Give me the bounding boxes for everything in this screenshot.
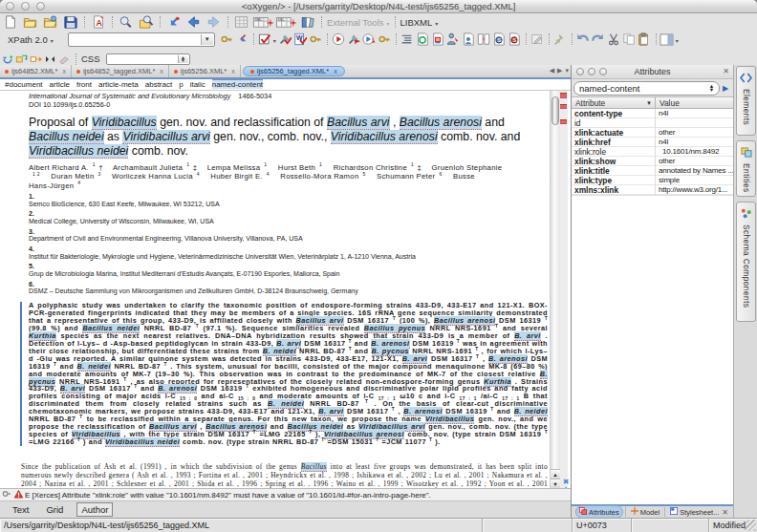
spell-check-button[interactable]: S (491, 32, 507, 47)
error-options-icon[interactable] (2, 490, 11, 500)
edit-attribute-icon[interactable]: ▶ (720, 84, 731, 93)
refresh-document-button[interactable] (415, 32, 430, 47)
breadcrumb-item[interactable]: abstract (145, 80, 172, 89)
document-content[interactable]: International Journal of Systematic and … (0, 91, 550, 488)
attribute-row[interactable]: xlink:showother (572, 157, 733, 166)
combo-stepper-icon[interactable]: ▲▼ (707, 83, 716, 94)
check-well-formed-button[interactable]: W (292, 32, 308, 47)
forward-button[interactable] (204, 14, 224, 30)
manage-catalogs-button[interactable] (297, 14, 317, 30)
attribute-value[interactable]: simple (656, 176, 733, 184)
xpath-settings-button[interactable] (219, 32, 234, 47)
tab-scroll-left-icon[interactable]: ◀ (550, 67, 554, 74)
attribute-row[interactable]: id (572, 118, 733, 128)
next-editable-position-button[interactable] (29, 53, 43, 65)
format-indent-button[interactable] (400, 32, 415, 47)
associate-dtd-button[interactable]: XSL (274, 14, 297, 30)
copy-button[interactable] (621, 32, 637, 47)
mode-text[interactable]: Text (9, 503, 32, 516)
panel-tab-stylesheet[interactable]: Stylesheet... (667, 506, 722, 518)
breadcrumb-item[interactable]: article (50, 80, 70, 89)
attribute-value[interactable]: other (656, 128, 733, 137)
scrollbar-thumb[interactable] (552, 96, 559, 125)
configure-transformation-button[interactable] (346, 32, 361, 47)
breadcrumb-item[interactable]: named-content (212, 80, 263, 89)
attribute-row[interactable]: xlink:titleannotated by Names ... (572, 166, 733, 176)
scroll-up-icon[interactable]: ▲ (551, 469, 560, 479)
attribute-column-header[interactable]: Attribute▼ (572, 97, 656, 108)
highlight-marker-button[interactable] (57, 53, 72, 65)
paste-button[interactable] (637, 32, 652, 47)
named-content-highlight[interactable]: Bacillus arenosi (400, 116, 482, 130)
attribute-row[interactable]: xlink:hrefn4l (572, 138, 733, 147)
scroll-down-icon[interactable]: ▼ (551, 479, 560, 488)
attribute-value[interactable]: 10.1601/nm.8492 (656, 147, 733, 156)
pin-button[interactable] (552, 32, 568, 47)
side-tab-schema-components[interactable]: Schema Components (736, 202, 756, 322)
resize-grip[interactable] (745, 520, 756, 531)
attribute-row[interactable]: xlink:actuateother (572, 128, 733, 138)
error-marker[interactable] (560, 104, 567, 109)
attribute-value[interactable]: http://www.w3.org/1... (656, 185, 733, 194)
named-content-highlight[interactable]: Viridibacillus arvi (122, 130, 209, 144)
named-content-highlight[interactable]: Viridibacillus neidei (105, 437, 180, 447)
validate-button[interactable] (257, 32, 272, 47)
compare-files-button[interactable] (476, 32, 491, 47)
snap-back-button[interactable] (234, 32, 249, 47)
panel-tab-attributes[interactable]: Attributes (575, 505, 623, 519)
error-message[interactable]: E [Xerces] Attribute "xlink:role" with v… (25, 491, 431, 500)
attribute-value[interactable]: other (656, 157, 733, 165)
named-content-highlight[interactable]: Bacillus neidei (29, 130, 104, 144)
close-tab-icon[interactable]: x (62, 68, 66, 74)
close-tab-icon[interactable]: x (334, 68, 337, 74)
xpath-input[interactable]: ▼ (68, 32, 215, 47)
apply-transformation-button[interactable] (331, 32, 346, 47)
named-content-highlight[interactable]: Viridibacillus arenosi (331, 130, 438, 144)
breadcrumb-item[interactable]: front (76, 80, 92, 89)
auto-spell-check-button[interactable]: S (507, 32, 522, 47)
undo-button[interactable] (575, 32, 591, 47)
attribute-row[interactable]: xlink:role10.1601/nm.8492 (572, 147, 733, 157)
open-xinclude-button[interactable] (430, 32, 445, 47)
breadcrumb-item[interactable]: italic (190, 80, 205, 89)
breadcrumb-item[interactable]: #document (5, 80, 43, 89)
external-tools-button[interactable]: External Tools (325, 17, 386, 28)
show-tags-button[interactable] (14, 53, 29, 65)
named-content-highlight[interactable]: Viridibacillus neidei (29, 144, 128, 159)
refresh-css-button[interactable] (0, 53, 14, 65)
breadcrumb-item[interactable]: p (179, 80, 183, 89)
close-tab-icon[interactable]: x (231, 68, 235, 74)
error-marker[interactable] (560, 93, 567, 98)
panel-tab-model[interactable]: Model (628, 506, 662, 518)
collapse-tags-button[interactable] (43, 53, 57, 65)
show-views-caret-icon[interactable]: ▾ (676, 37, 679, 44)
named-content-highlight[interactable]: Bacillus arvi (327, 116, 390, 130)
redo-button[interactable] (591, 32, 606, 47)
value-column-header[interactable]: Value (656, 97, 733, 108)
open-button[interactable] (20, 14, 40, 30)
editor-tab[interactable]: ijs65256.XML*x (169, 65, 241, 77)
find-in-files-button[interactable] (136, 14, 156, 30)
xpath-label[interactable]: XPath 2.0 (6, 34, 50, 45)
tab-list-icon[interactable]: ▾ (565, 67, 569, 74)
editor-tab[interactable]: ijs64852.XML*x (0, 65, 72, 77)
validate-with-button[interactable] (277, 32, 292, 47)
attribute-row[interactable]: xlink:typesimple (572, 176, 733, 185)
new-from-template-button[interactable]: A (88, 14, 108, 30)
track-changes-button[interactable] (461, 32, 476, 47)
transformation-options-button[interactable] (377, 32, 392, 47)
open-url-button[interactable] (40, 14, 60, 30)
editor-tab[interactable]: ijs65256_tagged.XML*x (243, 66, 345, 76)
tab-scroll-right-icon[interactable]: ▶ (557, 67, 562, 74)
previous-error-icon[interactable]: ▲ (562, 485, 570, 488)
close-panel-icon[interactable]: ✕ (723, 67, 729, 75)
debug-transformation-button[interactable] (361, 32, 377, 47)
attribute-row[interactable]: xmlns:xlinkhttp://www.w3.org/1... (572, 185, 733, 195)
css-stepper-icon[interactable]: ▲▼ (178, 55, 188, 63)
mode-author[interactable]: Author (76, 502, 113, 517)
css-select[interactable]: ▲▼ (106, 53, 190, 65)
show-views-button[interactable] (660, 32, 675, 47)
new-document-button[interactable] (0, 14, 20, 30)
attribute-value[interactable]: annotated by Names ... (656, 166, 733, 175)
grid-view-button[interactable] (231, 14, 251, 30)
